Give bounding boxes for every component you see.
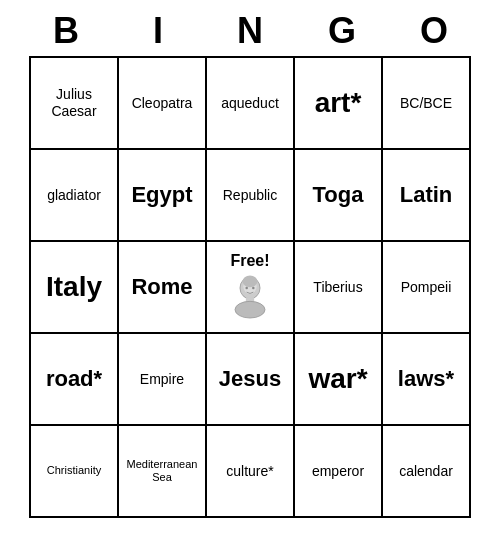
cell-24: calendar (383, 426, 471, 518)
cell-22: culture* (207, 426, 295, 518)
cell-17: Jesus (207, 334, 295, 426)
cell-14: Pompeii (383, 242, 471, 334)
cell-21: Mediterranean Sea (119, 426, 207, 518)
cell-18: war* (295, 334, 383, 426)
bingo-title: B I N G O (20, 10, 480, 52)
cell-10: Italy (31, 242, 119, 334)
cell-7: Republic (207, 150, 295, 242)
cell-11: Rome (119, 242, 207, 334)
svg-point-2 (243, 275, 258, 287)
cell-20: Christianity (31, 426, 119, 518)
letter-b: B (22, 10, 110, 52)
svg-point-5 (245, 286, 248, 289)
cell-8: Toga (295, 150, 383, 242)
letter-i: I (114, 10, 202, 52)
cell-0: Julius Caesar (31, 58, 119, 150)
cell-5: gladiator (31, 150, 119, 242)
svg-point-4 (235, 301, 265, 318)
bust-icon (225, 273, 275, 323)
letter-o: O (390, 10, 478, 52)
letter-n: N (206, 10, 294, 52)
cell-15: road* (31, 334, 119, 426)
cell-1: Cleopatra (119, 58, 207, 150)
cell-12-free: Free! (207, 242, 295, 334)
cell-6: Egypt (119, 150, 207, 242)
cell-9: Latin (383, 150, 471, 242)
cell-3: art* (295, 58, 383, 150)
cell-23: emperor (295, 426, 383, 518)
cell-4: BC/BCE (383, 58, 471, 150)
cell-2: aqueduct (207, 58, 295, 150)
letter-g: G (298, 10, 386, 52)
cell-16: Empire (119, 334, 207, 426)
cell-19: laws* (383, 334, 471, 426)
cell-13: Tiberius (295, 242, 383, 334)
bingo-grid: Julius Caesar Cleopatra aqueduct art* BC… (29, 56, 471, 518)
svg-point-6 (252, 286, 255, 289)
